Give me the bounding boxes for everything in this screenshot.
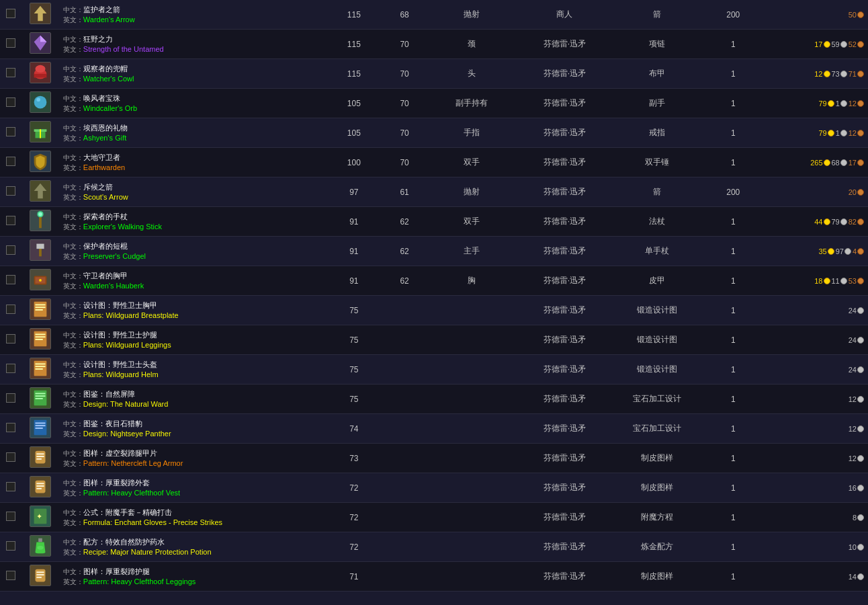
item-name-cell: 中文：大地守卫者 英文：Earthwarden [59,148,329,177]
req-level [379,355,429,385]
checkbox[interactable] [6,127,15,136]
item-en-name: 英文：Scout's Arrow [63,192,324,202]
svg-rect-42 [36,364,46,365]
item-icon-cell [22,296,59,325]
checkbox[interactable] [6,541,15,551]
table-row: 中文：图鉴：夜目石猎豹 英文：Design: Nightseye Panther… [0,414,868,444]
table-row: 中文：埃西恩的礼物 英文：Ashyen's Gift 105 70 手指 芬德雷… [0,118,868,148]
svg-rect-59 [37,458,42,460]
checkbox[interactable] [6,97,15,107]
req-level [379,296,429,325]
item-level: 115 [329,0,379,30]
table-row: 中文：设计图：野性卫士护腿 英文：Plans: Wildguard Leggin… [0,325,868,355]
item-level: 75 [329,355,379,385]
item-en-name: 英文：Warden's Arrow [63,15,324,25]
item-icon [30,180,51,202]
req-level [379,532,429,562]
item-source: 芬德雷·迅矛 [514,532,615,562]
items-table: 中文：监护者之箭 英文：Warden's Arrow 115 68 抛射 商人 … [0,0,868,592]
item-icon-cell [22,177,59,207]
checkbox[interactable] [6,245,15,255]
checkbox[interactable] [6,393,15,403]
item-type: 附魔方程 [615,503,699,532]
item-en-name: 英文：Plans: Wildguard Breastplate [63,311,324,321]
item-type: 制皮图样 [615,473,699,503]
item-price: 14 [767,562,868,592]
checkbox[interactable] [6,482,15,491]
item-en-name: 英文：Formula: Enchant Gloves - Precise Str… [63,518,324,528]
item-qty: 1 [699,355,767,385]
item-level: 115 [329,30,379,59]
item-icon [30,476,51,497]
svg-rect-32 [36,305,46,306]
svg-point-29 [39,279,42,282]
item-level: 75 [329,325,379,355]
svg-rect-58 [37,456,44,457]
item-qty: 1 [699,59,767,89]
item-icon [30,387,51,409]
svg-rect-69 [38,538,42,542]
item-level: 97 [329,177,379,207]
item-icon-cell [22,532,59,562]
item-icon [30,32,51,54]
req-level [379,562,429,592]
checkbox[interactable] [6,334,15,344]
svg-text:✦: ✦ [37,512,43,520]
checkbox[interactable] [6,68,15,77]
item-price: 24 [767,325,868,355]
table-row: 中文：图样：厚重裂蹄护腿 英文：Pattern: Heavy Clefthoof… [0,562,868,592]
checkbox[interactable] [6,423,15,432]
item-qty: 1 [699,325,767,355]
item-slot: 颈 [430,30,514,59]
req-level [379,414,429,444]
table-row: 中文：探索者的手杖 英文：Explorer's Walking Stick 91… [0,207,868,237]
item-type: 双手锤 [615,148,699,177]
item-price: 8 [767,503,868,532]
item-level: 72 [329,473,379,503]
row-checkbox-cell [0,177,22,207]
checkbox[interactable] [6,305,15,314]
checkbox[interactable] [6,9,15,18]
item-icon-cell [22,325,59,355]
item-price: 16 [767,473,868,503]
row-checkbox-cell [0,325,22,355]
svg-rect-43 [36,366,46,367]
item-en-name: 英文：Windcaller's Orb [63,104,324,114]
table-row: 中文：图样：虚空裂蹄腿甲片 英文：Pattern: Nethercleft Le… [0,444,868,473]
checkbox[interactable] [6,38,15,48]
checkbox[interactable] [6,512,15,521]
item-name-cell: 中文：图样：虚空裂蹄腿甲片 英文：Pattern: Nethercleft Le… [59,444,329,473]
item-name-cell: 中文：探索者的手杖 英文：Explorer's Walking Stick [59,207,329,237]
item-cn-name: 中文：设计图：野性卫士胸甲 [63,300,324,311]
row-checkbox-cell [0,89,22,118]
item-icon [30,298,51,320]
table-row: 中文：设计图：野性卫士胸甲 英文：Plans: Wildguard Breast… [0,296,868,325]
row-checkbox-cell [0,385,22,414]
item-cn-name: 中文：埃西恩的礼物 [63,123,324,133]
item-source: 芬德雷·迅矛 [514,296,615,325]
item-icon [30,210,51,231]
item-en-name: 英文：Pattern: Heavy Clefthoof Leggings [63,577,324,587]
checkbox[interactable] [6,275,15,284]
item-name-cell: 中文：图鉴：自然屏障 英文：Design: The Natural Ward [59,385,329,414]
checkbox[interactable] [6,452,15,462]
checkbox[interactable] [6,571,15,580]
row-checkbox-cell [0,473,22,503]
item-icon-cell [22,0,59,30]
item-qty: 1 [699,89,767,118]
checkbox[interactable] [6,186,15,196]
table-row: 中文：图鉴：自然屏障 英文：Design: The Natural Ward 7… [0,385,868,414]
row-checkbox-cell [0,237,22,266]
checkbox[interactable] [6,364,15,373]
checkbox[interactable] [6,216,15,225]
row-checkbox-cell [0,0,22,30]
item-price: 175952 [767,30,868,59]
item-icon [30,151,51,172]
item-name-cell: 中文：设计图：野性卫士胸甲 英文：Plans: Wildguard Breast… [59,296,329,325]
item-name-cell: 中文：斥候之箭 英文：Scout's Arrow [59,177,329,207]
item-icon [30,535,51,557]
item-slot [430,473,514,503]
checkbox[interactable] [6,157,15,166]
item-level: 72 [329,503,379,532]
row-checkbox-cell [0,532,22,562]
